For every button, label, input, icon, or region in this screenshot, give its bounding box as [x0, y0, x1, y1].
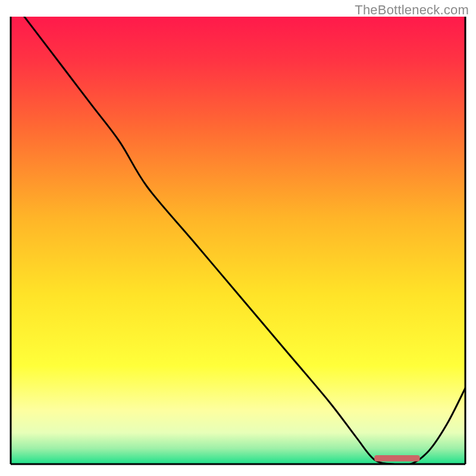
plot-area — [11, 0, 465, 465]
gradient-background — [11, 17, 465, 464]
chart-svg — [0, 0, 476, 476]
chart-stage: TheBottleneck.com — [0, 0, 476, 476]
optimal-range-bar — [374, 455, 419, 462]
watermark-label: TheBottleneck.com — [355, 2, 469, 18]
